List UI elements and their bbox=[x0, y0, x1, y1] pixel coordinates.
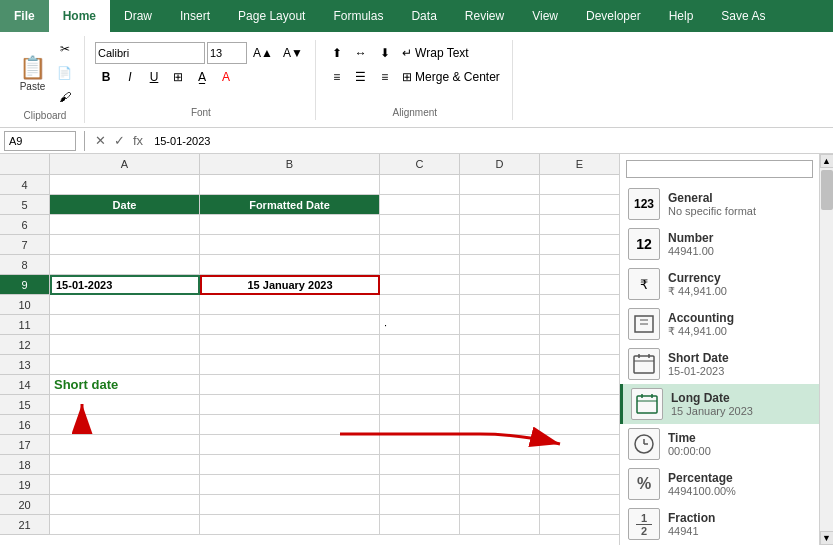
cell-d10[interactable] bbox=[460, 295, 540, 315]
cell-b10[interactable] bbox=[200, 295, 380, 315]
cell-d12[interactable] bbox=[460, 335, 540, 355]
row-header-10[interactable]: 10 bbox=[0, 295, 50, 315]
formula-input[interactable] bbox=[149, 131, 829, 151]
align-right-button[interactable]: ≡ bbox=[374, 66, 396, 88]
row-header-9[interactable]: 9 bbox=[0, 275, 50, 295]
row-header-14[interactable]: 14 bbox=[0, 375, 50, 395]
cell-b11[interactable] bbox=[200, 315, 380, 335]
cell-d9[interactable] bbox=[460, 275, 540, 295]
cell-e20[interactable] bbox=[540, 495, 619, 515]
cell-a12[interactable] bbox=[50, 335, 200, 355]
format-search-input[interactable] bbox=[626, 160, 813, 178]
cell-a13[interactable] bbox=[50, 355, 200, 375]
format-item-fraction[interactable]: 1 2 Fraction 44941 bbox=[620, 504, 819, 544]
format-item-number[interactable]: 12 Number 44941.00 bbox=[620, 224, 819, 264]
cell-c20[interactable] bbox=[380, 495, 460, 515]
font-size-input[interactable] bbox=[207, 42, 247, 64]
cell-d16[interactable] bbox=[460, 415, 540, 435]
format-item-currency[interactable]: ₹ Currency ₹ 44,941.00 bbox=[620, 264, 819, 304]
cell-d8[interactable] bbox=[460, 255, 540, 275]
tab-page-layout[interactable]: Page Layout bbox=[224, 0, 319, 32]
cell-c14[interactable] bbox=[380, 375, 460, 395]
cell-c18[interactable] bbox=[380, 455, 460, 475]
cell-e10[interactable] bbox=[540, 295, 619, 315]
row-header-4[interactable]: 4 bbox=[0, 175, 50, 195]
name-box[interactable] bbox=[4, 131, 76, 151]
merge-center-button[interactable]: ⊞ Merge & Center bbox=[398, 66, 504, 88]
cell-a4[interactable] bbox=[50, 175, 200, 195]
tab-save-as[interactable]: Save As bbox=[707, 0, 779, 32]
italic-button[interactable]: I bbox=[119, 66, 141, 88]
cell-c5[interactable] bbox=[380, 195, 460, 215]
tab-review[interactable]: Review bbox=[451, 0, 518, 32]
decrease-font-button[interactable]: A▼ bbox=[279, 42, 307, 64]
row-header-5[interactable]: 5 bbox=[0, 195, 50, 215]
cell-c17[interactable] bbox=[380, 435, 460, 455]
cell-b7[interactable] bbox=[200, 235, 380, 255]
cell-d21[interactable] bbox=[460, 515, 540, 535]
cell-a16[interactable] bbox=[50, 415, 200, 435]
wrap-text-button[interactable]: ↵ Wrap Text bbox=[398, 42, 473, 64]
align-bottom-button[interactable]: ⬇ bbox=[374, 42, 396, 64]
cell-c19[interactable] bbox=[380, 475, 460, 495]
cell-e19[interactable] bbox=[540, 475, 619, 495]
format-item-short-date[interactable]: Short Date 15-01-2023 bbox=[620, 344, 819, 384]
row-header-12[interactable]: 12 bbox=[0, 335, 50, 355]
cell-b4[interactable] bbox=[200, 175, 380, 195]
cell-a14[interactable]: Short date bbox=[50, 375, 200, 395]
cell-a11[interactable] bbox=[50, 315, 200, 335]
cell-b16[interactable] bbox=[200, 415, 380, 435]
cell-e17[interactable] bbox=[540, 435, 619, 455]
paste-button[interactable]: 📋 Paste bbox=[14, 52, 51, 95]
cell-e11[interactable] bbox=[540, 315, 619, 335]
cell-c7[interactable] bbox=[380, 235, 460, 255]
cell-c9[interactable] bbox=[380, 275, 460, 295]
format-item-percentage[interactable]: % Percentage 4494100.00% bbox=[620, 464, 819, 504]
cut-button[interactable]: ✂ bbox=[53, 38, 76, 60]
cell-b5[interactable]: Formatted Date bbox=[200, 195, 380, 215]
bold-button[interactable]: B bbox=[95, 66, 117, 88]
cell-a17[interactable] bbox=[50, 435, 200, 455]
cell-b15[interactable] bbox=[200, 395, 380, 415]
cell-d13[interactable] bbox=[460, 355, 540, 375]
row-header-21[interactable]: 21 bbox=[0, 515, 50, 535]
tab-view[interactable]: View bbox=[518, 0, 572, 32]
cell-d15[interactable] bbox=[460, 395, 540, 415]
cancel-formula-icon[interactable]: ✕ bbox=[93, 133, 108, 148]
cell-d5[interactable] bbox=[460, 195, 540, 215]
cell-d14[interactable] bbox=[460, 375, 540, 395]
copy-button[interactable]: 📄 bbox=[53, 62, 76, 84]
row-header-11[interactable]: 11 bbox=[0, 315, 50, 335]
tab-developer[interactable]: Developer bbox=[572, 0, 655, 32]
cell-d7[interactable] bbox=[460, 235, 540, 255]
cell-d17[interactable] bbox=[460, 435, 540, 455]
scroll-down-arrow[interactable]: ▼ bbox=[820, 531, 834, 545]
cell-a20[interactable] bbox=[50, 495, 200, 515]
cell-a8[interactable] bbox=[50, 255, 200, 275]
cell-a19[interactable] bbox=[50, 475, 200, 495]
scroll-up-arrow[interactable]: ▲ bbox=[820, 154, 834, 168]
tab-draw[interactable]: Draw bbox=[110, 0, 166, 32]
cell-c6[interactable] bbox=[380, 215, 460, 235]
cell-c8[interactable] bbox=[380, 255, 460, 275]
underline-button[interactable]: U bbox=[143, 66, 165, 88]
cell-a15[interactable] bbox=[50, 395, 200, 415]
font-color-button[interactable]: A bbox=[215, 66, 237, 88]
tab-home[interactable]: Home bbox=[49, 0, 110, 32]
format-item-time[interactable]: Time 00:00:00 bbox=[620, 424, 819, 464]
col-header-e[interactable]: E bbox=[540, 154, 619, 174]
tab-insert[interactable]: Insert bbox=[166, 0, 224, 32]
fill-color-button[interactable]: A̲ bbox=[191, 66, 213, 88]
cell-c11[interactable]: · bbox=[380, 315, 460, 335]
cell-b13[interactable] bbox=[200, 355, 380, 375]
cell-d18[interactable] bbox=[460, 455, 540, 475]
cell-e21[interactable] bbox=[540, 515, 619, 535]
scrollbar-thumb[interactable] bbox=[821, 170, 833, 210]
cell-a7[interactable] bbox=[50, 235, 200, 255]
cell-a6[interactable] bbox=[50, 215, 200, 235]
cell-b17[interactable] bbox=[200, 435, 380, 455]
row-header-15[interactable]: 15 bbox=[0, 395, 50, 415]
increase-font-button[interactable]: A▲ bbox=[249, 42, 277, 64]
cell-b6[interactable] bbox=[200, 215, 380, 235]
cell-e18[interactable] bbox=[540, 455, 619, 475]
